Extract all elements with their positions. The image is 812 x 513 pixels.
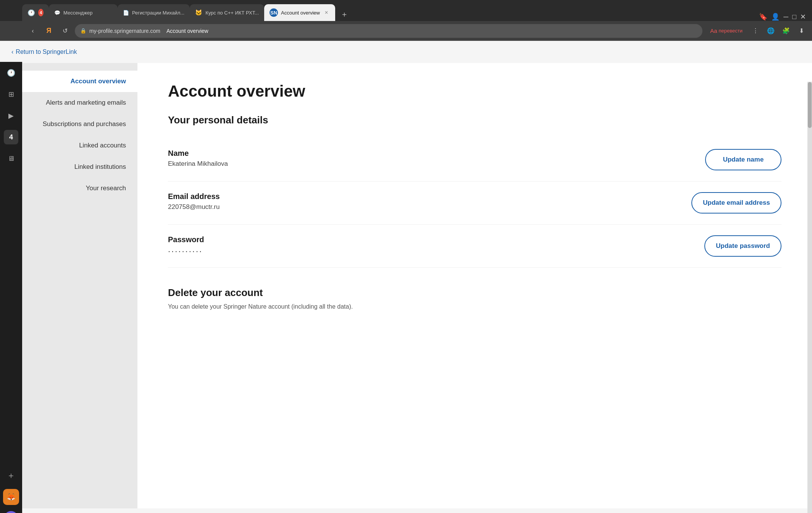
sidebar-item-linked-institutions-label: Linked institutions (74, 163, 126, 170)
yandex-icon: Я (47, 27, 52, 35)
address-bar-row: ‹ Я ↺ 🔒 my-profile.springernature.com Ac… (0, 21, 812, 41)
sidebar-item-linked-accounts-label: Linked accounts (79, 142, 126, 149)
chevron-left-icon: ‹ (11, 49, 13, 55)
yandex-home-button[interactable]: Я (43, 25, 55, 37)
maximize-button[interactable]: □ (792, 13, 796, 21)
toolbar-right: Аa перевести ⋮ 🌐 🧩 ⬇ (706, 25, 807, 37)
sidebar-profile-icon[interactable]: 👤 (4, 511, 18, 513)
personal-details-heading: Your personal details (168, 114, 781, 126)
address-bar[interactable]: 🔒 my-profile.springernature.com Account … (75, 24, 702, 38)
tab-registration-label: Регистрации Михайл... (132, 10, 184, 16)
two-column-layout: Account overview Alerts and marketing em… (0, 63, 812, 508)
page-wrapper: ‹ Return to SpringerLink Account overvie… (0, 41, 812, 513)
address-url: my-profile.springernature.com (89, 28, 160, 34)
translate-label: перевести (719, 28, 743, 34)
sidebar-screen-icon[interactable]: 🖥 (4, 151, 18, 166)
new-tab-button[interactable]: ＋ (337, 7, 351, 21)
close-button[interactable]: ✕ (800, 13, 806, 21)
refresh-icon: ↺ (63, 27, 68, 34)
sidebar-badge-icon[interactable]: 4 (4, 130, 18, 144)
update-name-button[interactable]: Update name (705, 149, 781, 170)
password-label: Password (168, 235, 704, 244)
password-value: ·········· (168, 246, 704, 256)
refresh-button[interactable]: ↺ (59, 25, 71, 37)
page-title: Account overview (168, 82, 781, 100)
tab-github[interactable]: 🐱 Курс по С++ ИКТ РХТ... (190, 4, 264, 21)
password-field-info: Password ·········· (168, 235, 704, 256)
scrollbar-thumb[interactable] (808, 82, 812, 128)
clock-icon: 🕐 (27, 9, 35, 16)
return-bar: ‹ Return to SpringerLink (0, 41, 812, 63)
address-page-title: Account overview (166, 28, 208, 34)
tab-messenger-label: Мессенджер (63, 10, 112, 16)
sidebar-item-subscriptions-label: Subscriptions and purchases (43, 120, 126, 128)
tab-history[interactable]: 🕐 4 (22, 4, 49, 21)
sidebar-clock-icon[interactable]: 🕐 (4, 66, 18, 80)
translate-button[interactable]: Аa перевести (706, 25, 746, 37)
update-password-button[interactable]: Update password (704, 235, 781, 257)
sidebar-tabs-icon[interactable]: ⊞ (4, 87, 18, 102)
name-field-row: Name Ekaterina Mikhailova Update name (168, 138, 781, 181)
return-link-text: Return to SpringerLink (16, 49, 77, 55)
sidebar-item-your-research-label: Your research (86, 184, 126, 192)
sidebar-item-alerts-label: Alerts and marketing emails (46, 99, 126, 106)
tab-account-overview[interactable]: SN Account overview ✕ (264, 4, 335, 21)
sn-icon: SN (270, 8, 278, 17)
back-button[interactable]: ‹ (27, 25, 39, 37)
email-field-row: Email address 220758@muctr.ru Update ema… (168, 181, 781, 225)
sidebar-notification-icon[interactable]: 🦊 (3, 489, 19, 505)
name-label: Name (168, 149, 705, 158)
delete-account-title: Delete your account (168, 287, 781, 299)
doc-icon: 📄 (123, 10, 129, 16)
delete-account-section: Delete your account You can delete your … (168, 287, 781, 310)
tab-messenger[interactable]: 💬 Мессенджер (49, 4, 118, 21)
browser-sidebar: 🕐 ⊞ ▶ 4 🖥 ＋ 🦊 👤 ··· (0, 62, 22, 513)
sidebar-play-icon[interactable]: ▶ (4, 108, 18, 123)
profile-icon[interactable]: 👤 (771, 13, 780, 21)
main-content: Account overview Your personal details N… (137, 63, 812, 508)
translate-icon: Аa (710, 28, 717, 34)
tab-github-label: Курс по С++ ИКТ РХТ... (205, 10, 259, 16)
email-field-info: Email address 220758@muctr.ru (168, 192, 691, 211)
name-field-info: Name Ekaterina Mikhailova (168, 149, 705, 168)
tab-close-button[interactable]: ✕ (323, 9, 330, 16)
tab-account-label: Account overview (281, 10, 320, 16)
minimize-button[interactable]: ─ (783, 13, 788, 21)
delete-account-description: You can delete your Springer Nature acco… (168, 303, 781, 310)
back-arrow-icon: ‹ (32, 28, 34, 34)
lock-icon: 🔒 (80, 28, 86, 34)
language-button[interactable]: 🌐 (765, 25, 777, 37)
messenger-icon: 💬 (54, 10, 60, 16)
more-options-button[interactable]: ⋮ (749, 25, 762, 37)
scrollbar-track[interactable] (807, 82, 812, 513)
update-email-button[interactable]: Update email address (691, 192, 781, 214)
download-button[interactable]: ⬇ (795, 25, 807, 37)
extensions-button[interactable]: 🧩 (780, 25, 792, 37)
tab-badge: 4 (38, 9, 44, 16)
tab-bar: 🕐 4 💬 Мессенджер 📄 Регистрации Михайл...… (0, 0, 812, 21)
email-value: 220758@muctr.ru (168, 203, 691, 211)
email-label: Email address (168, 192, 691, 201)
password-field-row: Password ·········· Update password (168, 225, 781, 268)
sidebar-add-icon[interactable]: ＋ (4, 468, 18, 483)
github-icon: 🐱 (195, 9, 202, 16)
return-to-springerlink-link[interactable]: ‹ Return to SpringerLink (11, 49, 801, 55)
name-value: Ekaterina Mikhailova (168, 160, 705, 168)
bookmark-icon[interactable]: 🔖 (759, 13, 767, 21)
browser-window: 🕐 4 💬 Мессенджер 📄 Регистрации Михайл...… (0, 0, 812, 513)
sidebar-item-account-overview-label: Account overview (71, 78, 126, 85)
tab-registration[interactable]: 📄 Регистрации Михайл... (118, 4, 190, 21)
